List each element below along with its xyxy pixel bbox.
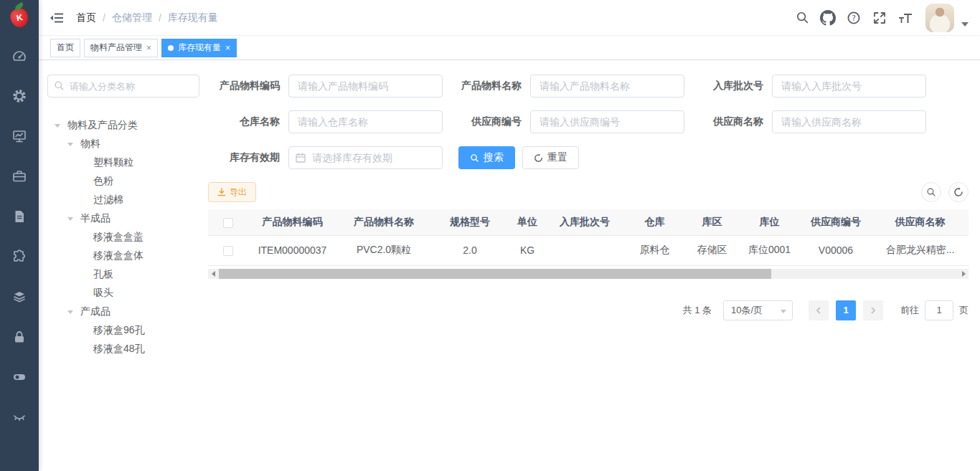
warehouse-name-input[interactable] [288, 110, 443, 133]
col-supplier-name: 供应商名称 [872, 209, 969, 235]
table-header-row: 产品物料编码 产品物料名称 规格型号 单位 入库批次号 仓库 库区 库位 供应商… [208, 209, 969, 235]
font-size-icon [897, 11, 913, 25]
tree-node-root[interactable]: 物料及产品分类 [47, 116, 199, 135]
tree-node-box-48[interactable]: 移液盒48孔 [47, 340, 199, 358]
tab-inventory-on-hand[interactable]: 库存现有量 × [161, 39, 237, 57]
app-logo[interactable]: K [0, 0, 39, 36]
close-icon[interactable]: × [225, 44, 230, 52]
tree-node-semi-finished[interactable]: 半成品 [47, 209, 199, 228]
tree-node-label: 物料及产品分类 [67, 119, 138, 132]
tree-node-pipette-tip[interactable]: 吸头 [47, 284, 199, 303]
sidebar-item-layers[interactable] [0, 277, 39, 317]
scrollbar-thumb[interactable] [219, 269, 771, 279]
select-all-checkbox[interactable] [223, 218, 233, 228]
tree-node-well-plate[interactable]: 孔板 [47, 265, 199, 284]
tree-node-label: 物料 [80, 138, 100, 151]
tree-node-label: 移液盒盒体 [93, 249, 143, 262]
field-label: 产品物料名称 [450, 80, 530, 92]
table-row[interactable]: ITEM00000037 PVC2.0颗粒 2.0 KG 原料仓 存储区 库位0… [208, 235, 969, 265]
tree-node-label: 产成品 [80, 305, 110, 318]
prev-page-button[interactable] [809, 300, 829, 320]
header-select-all [208, 209, 248, 235]
field-supplier-code: 供应商编号 [450, 110, 684, 133]
font-size-button[interactable] [892, 0, 918, 36]
expiry-date-input[interactable] [288, 146, 443, 169]
sidebar-item-briefcase[interactable] [0, 156, 39, 196]
tab-material-product[interactable]: 物料产品管理 × [84, 39, 158, 57]
cell-item-name: PVC2.0颗粒 [337, 235, 430, 265]
tree-node-label: 色粉 [93, 175, 113, 188]
help-button[interactable]: ? [841, 0, 867, 36]
tree-caret-icon[interactable] [67, 143, 80, 146]
fullscreen-button[interactable] [867, 0, 892, 36]
tree-node-box-96[interactable]: 移液盒96孔 [47, 321, 199, 340]
reset-button[interactable]: 重置 [522, 146, 579, 169]
header-search-button[interactable] [789, 0, 815, 36]
field-label: 仓库名称 [208, 115, 288, 128]
cell-item-code: ITEM00000037 [248, 235, 337, 265]
sidebar-item-document[interactable] [0, 196, 39, 237]
supplier-name-input[interactable] [772, 110, 926, 133]
sidebar-item-monitor[interactable] [0, 116, 39, 156]
tree-node-filter-cotton[interactable]: 过滤棉 [47, 191, 199, 209]
work-area: 产品物料编码 产品物料名称 入库批次号 [208, 60, 980, 471]
tree-caret-icon[interactable] [67, 310, 80, 314]
tree-node-color-powder[interactable]: 色粉 [47, 172, 199, 191]
item-name-input[interactable] [530, 75, 684, 97]
tree-node-label: 半成品 [80, 212, 110, 225]
inbound-batch-input[interactable] [772, 75, 926, 97]
toggle-search-button[interactable] [921, 182, 941, 202]
document-icon [12, 209, 27, 224]
tree-node-finished[interactable]: 产成品 [47, 303, 199, 321]
tree-node-box-body[interactable]: 移液盒盒体 [47, 247, 199, 265]
sidebar-item-lock[interactable] [0, 317, 39, 357]
tree-node-label: 移液盒48孔 [93, 343, 145, 356]
row-checkbox[interactable] [223, 246, 233, 256]
sidebar-item-settings[interactable] [0, 76, 39, 116]
calendar-icon [295, 152, 306, 163]
sidebar-item-toggle[interactable] [0, 357, 39, 397]
next-page-button[interactable] [863, 300, 883, 320]
category-search-input[interactable] [47, 75, 199, 97]
supplier-code-input[interactable] [530, 110, 684, 133]
page-size-select[interactable]: 10条/页 [723, 300, 793, 320]
logo-letter: K [16, 12, 24, 23]
item-code-input[interactable] [288, 75, 443, 97]
field-label: 供应商编号 [450, 115, 530, 128]
tree-node-plastic-pellets[interactable]: 塑料颗粒 [47, 153, 199, 172]
sidebar-collapse-button[interactable] [39, 0, 75, 35]
search-icon [470, 153, 479, 163]
close-icon[interactable]: × [146, 44, 151, 52]
refresh-table-button[interactable] [948, 182, 969, 202]
tree-caret-icon[interactable] [67, 217, 80, 221]
field-warehouse-name: 仓库名称 [208, 110, 443, 133]
export-button[interactable]: 导出 [208, 182, 256, 202]
tree-node-material[interactable]: 物料 [47, 135, 199, 153]
goto-page-input[interactable] [925, 300, 953, 320]
page-number-1[interactable]: 1 [836, 300, 856, 320]
user-menu-caret-icon[interactable] [961, 22, 969, 27]
cell-supplier-code: V00006 [800, 235, 872, 265]
field-label: 供应商名称 [692, 115, 772, 128]
sidebar-item-eye[interactable] [0, 397, 39, 437]
scroll-right-arrow-icon[interactable] [958, 269, 969, 279]
tree-node-box-lid[interactable]: 移液盒盒盖 [47, 228, 199, 247]
tree-node-label: 移液盒96孔 [93, 324, 145, 337]
chevron-left-icon [814, 306, 823, 315]
col-item-name: 产品物料名称 [337, 209, 430, 235]
goto-label: 前往 [900, 304, 919, 317]
tab-home[interactable]: 首页 [50, 39, 80, 57]
active-dot [168, 45, 174, 51]
breadcrumb-home[interactable]: 首页 [76, 11, 96, 24]
tree-caret-icon[interactable] [55, 124, 67, 128]
svg-text:?: ? [852, 13, 856, 22]
scroll-left-arrow-icon[interactable] [208, 269, 218, 279]
sidebar-item-dashboard[interactable] [0, 36, 39, 76]
user-avatar[interactable] [925, 4, 954, 32]
table-horizontal-scrollbar[interactable] [208, 269, 969, 279]
github-link[interactable] [815, 0, 841, 36]
briefcase-icon [12, 169, 27, 184]
sidebar-item-component[interactable] [0, 237, 39, 277]
search-button[interactable]: 搜索 [458, 146, 515, 169]
sidebar: K [0, 0, 39, 471]
